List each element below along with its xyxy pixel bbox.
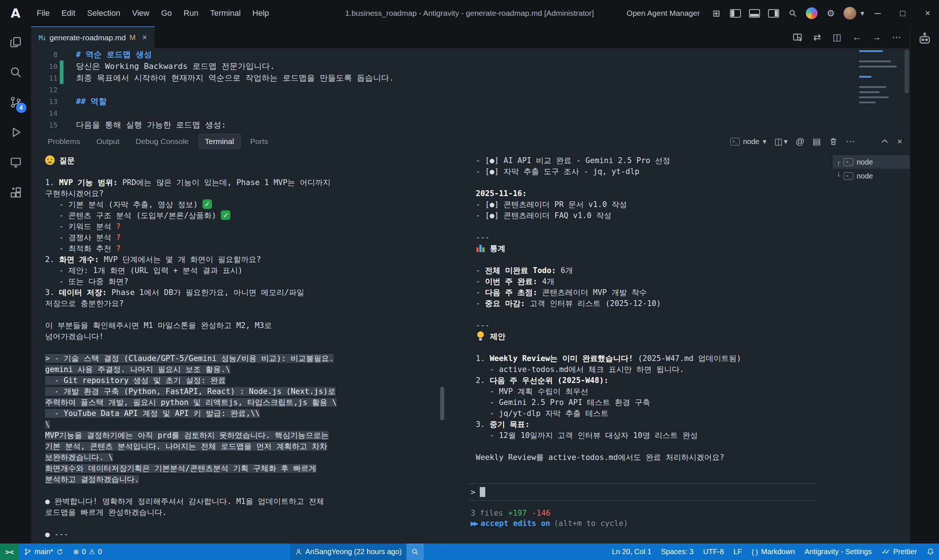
remote-explorer-icon[interactable]	[4, 150, 28, 174]
minimap[interactable]	[859, 50, 900, 129]
explorer-icon[interactable]	[4, 30, 28, 54]
open-changes-icon[interactable]: ⇄	[809, 29, 825, 45]
indentation-item[interactable]: Spaces: 3	[656, 543, 698, 560]
navigate-forward-icon[interactable]: →	[868, 29, 885, 45]
right-activity-strip	[910, 26, 939, 543]
editor-line[interactable]: 10당신은 Working Backwards 로드맵 전문가입니다.	[31, 60, 910, 72]
editor-pane[interactable]: 8# 역순 로드맵 생성10당신은 Working Backwards 로드맵 …	[31, 48, 910, 131]
terminal-input[interactable]: >	[467, 483, 817, 501]
maximize-panel-icon[interactable]	[880, 137, 889, 146]
bell-icon	[927, 548, 934, 555]
settings-item[interactable]: Antigravity - Settings	[800, 543, 876, 560]
extensions-icon[interactable]	[4, 180, 28, 205]
blame-text: AnSangYeong (22 hours ago)	[305, 548, 402, 556]
account-avatar[interactable]	[842, 5, 858, 22]
navigate-back-icon[interactable]: ←	[849, 29, 865, 45]
maximize-button[interactable]: □	[891, 0, 914, 26]
account-chevron-icon[interactable]: ▾	[860, 9, 864, 18]
editor-line[interactable]: 15다음을 통해 실행 가능한 로드맵 생성:	[31, 119, 910, 131]
agent-robot-icon[interactable]	[917, 32, 932, 543]
notifications-item[interactable]	[922, 543, 939, 560]
menu-edit[interactable]: Edit	[56, 6, 81, 21]
git-blame-item[interactable]: AnSangYeong (22 hours ago)	[290, 543, 406, 560]
menu-help[interactable]: Help	[247, 6, 274, 21]
encoding-item[interactable]: UTF-8	[698, 543, 729, 560]
gear-icon[interactable]: ⚙	[822, 5, 839, 22]
toggle-bottom-panel-icon[interactable]	[746, 5, 763, 22]
problems-item[interactable]: ⊗ 0 ⚠ 0	[68, 543, 107, 560]
minimize-button[interactable]: ─	[867, 0, 889, 26]
split-editor-icon[interactable]: ◫	[829, 29, 845, 45]
chart-icon	[476, 243, 485, 253]
app-logo-icon[interactable]: A	[0, 0, 31, 26]
split-terminal-icon[interactable]: ◫▾	[774, 136, 788, 146]
files-count: 3 files	[470, 509, 503, 517]
menu-selection[interactable]: Selection	[82, 6, 126, 21]
lines-added: +197	[508, 509, 527, 517]
search-sidebar-icon[interactable]	[4, 60, 28, 84]
terminal-line: - [●] 자막 추출 도구 조사 - jq, yt-dlp	[476, 166, 833, 177]
panel-tab-debug-console[interactable]: Debug Console	[129, 134, 196, 149]
toggle-right-panel-icon[interactable]	[765, 5, 782, 22]
terminal-line: - 경쟁사 분석 ?	[45, 232, 446, 243]
eol-item[interactable]: LF	[729, 543, 747, 560]
line-number: 11	[31, 72, 58, 84]
open-agent-manager-button[interactable]: Open Agent Manager	[621, 6, 706, 20]
menu-file[interactable]: File	[31, 6, 55, 21]
git-branch-item[interactable]: main*	[19, 543, 68, 560]
close-button[interactable]: ×	[916, 0, 939, 26]
source-control-icon[interactable]: 4	[4, 90, 28, 114]
more-actions-icon[interactable]: ⋯	[888, 29, 905, 45]
terminal-profile-dropdown[interactable]: node ▾	[730, 137, 766, 146]
code-text: ## 역할	[76, 95, 107, 108]
menu-go[interactable]: Go	[156, 6, 177, 21]
toggle-left-panel-icon[interactable]	[727, 5, 744, 22]
terminal-line	[476, 441, 833, 452]
run-debug-icon[interactable]	[4, 120, 28, 145]
panel-tab-ports[interactable]: Ports	[243, 134, 275, 149]
panel-tab-terminal[interactable]: Terminal	[198, 134, 241, 149]
terminal-list-item[interactable]: ┌node	[833, 155, 910, 169]
panel-more-icon[interactable]: ⋯	[846, 136, 855, 146]
accept-edits-row[interactable]: ▶▶ accept edits on (alt+m to cycle)	[467, 519, 833, 528]
terminal-right-pane[interactable]: - [●] AI API 비교 완료 - Gemini 2.5 Pro 선정- …	[446, 152, 833, 543]
editor-line[interactable]: 13## 역할	[31, 95, 910, 108]
kill-terminal-icon[interactable]	[829, 137, 838, 146]
zoom-indicator[interactable]	[406, 543, 424, 560]
cursor-position-item[interactable]: Ln 20, Col 1	[607, 543, 656, 560]
formatter-item[interactable]: ✓✓ Prettier	[877, 543, 922, 560]
panel-layout-icon[interactable]: ▤	[813, 136, 821, 146]
git-gutter	[60, 60, 63, 72]
editor-line[interactable]: 14	[31, 108, 910, 119]
terminal-line	[476, 177, 833, 188]
terminal-line: 로드맵을 빠르게 완성하겠습니다.	[45, 507, 446, 518]
panel-tab-problems[interactable]: Problems	[41, 134, 87, 149]
remote-indicator[interactable]: ><	[0, 543, 19, 560]
terminal-scrollbar[interactable]	[440, 387, 444, 420]
git-gutter	[60, 49, 63, 60]
menu-view[interactable]: View	[126, 6, 155, 21]
assistant-icon[interactable]	[803, 5, 820, 22]
menu-run[interactable]: Run	[178, 6, 204, 21]
editor-line[interactable]: 8# 역순 로드맵 생성	[31, 49, 910, 60]
editor-line[interactable]: 11최종 목표에서 시작하여 현재까지 역순으로 작업하는 로드맵을 만들도록 …	[31, 72, 910, 84]
editor-toolbar: ⇄ ◫ ← → ⋯	[789, 26, 910, 48]
menu-terminal[interactable]: Terminal	[205, 6, 246, 21]
bottom-panel: ProblemsOutputDebug ConsoleTerminalPorts…	[31, 131, 910, 543]
editor-line[interactable]: 12	[31, 84, 910, 95]
grid-icon[interactable]: ⊞	[708, 5, 725, 22]
close-panel-icon[interactable]: ×	[897, 136, 902, 146]
search-icon[interactable]	[784, 5, 801, 22]
language-mode-item[interactable]: { } Markdown	[747, 543, 800, 560]
tab-close-icon[interactable]: ×	[142, 32, 147, 43]
terminal-left-pane[interactable]: 질문 1. MVP 기능 범위: PRD에는 많은 기능이 있는데, Phase…	[31, 152, 446, 543]
terminal-line: - 또는 다중 화면?	[45, 276, 446, 287]
terminal-list-item[interactable]: └node	[833, 169, 910, 183]
panel-tab-output[interactable]: Output	[89, 134, 126, 149]
editor-scrollbar[interactable]	[905, 49, 909, 94]
at-mention-icon[interactable]: @	[796, 136, 804, 146]
terminal-line: MVP기능을 결정하기에는 아직 prd를 검토하지 못하였습니다. 핵심기능으…	[45, 430, 446, 441]
tab-generate-roadmap[interactable]: generate-roadmap.md M ×	[31, 26, 155, 48]
open-preview-icon[interactable]	[789, 29, 805, 45]
terminal-line	[45, 309, 446, 320]
